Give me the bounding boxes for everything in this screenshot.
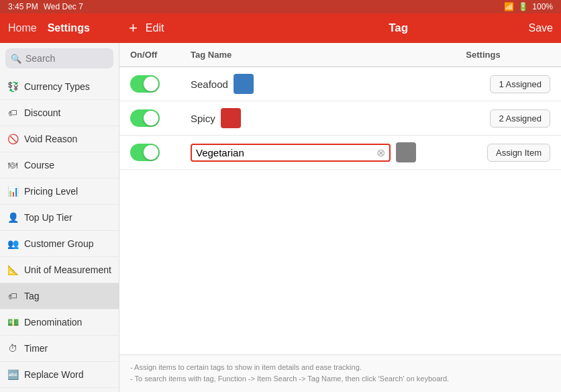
customer-group-label: Customer Group [24,238,93,249]
assign-btn-seafood[interactable]: 1 Assigned [490,75,550,93]
denomination-label: Denomination [24,317,82,328]
toggle-seafood[interactable] [130,75,160,93]
col-settings: Settings [416,50,550,60]
toggle-onoff-seafood [130,75,191,93]
status-day: Wed Dec 7 [44,2,83,11]
course-label: Course [24,160,54,170]
home-button[interactable]: Home [8,22,37,34]
status-bar: 3:45 PM Wed Dec 7 📶 🔋 100% [0,0,561,13]
toggle-onoff-spicy [130,109,191,127]
tag-label: Tag [24,291,40,301]
toggle-vegetarian[interactable] [130,144,160,161]
replace-word-icon: 🔤 [7,369,19,381]
timer-icon: ⏱ [7,342,19,354]
tag-name-text-spicy: Spicy [191,113,215,124]
currency-types-label: Currency Types [24,81,90,92]
pricing-level-icon: 📊 [7,185,19,197]
timer-label: Timer [24,343,48,354]
course-icon: 🍽 [7,159,19,171]
sidebar-item-customer-group[interactable]: 👥 Customer Group [0,231,119,257]
sidebar-item-unit-of-measurement[interactable]: 📐 Unit of Measurement [0,257,119,283]
top-nav-left: Home Settings [8,22,129,34]
battery-percent: 100% [532,2,553,11]
table-row-spicy: Spicy 2 Assigned [119,101,561,136]
top-nav: Home Settings + Edit Tag Save [0,13,561,43]
tag-name-input-vegetarian[interactable] [196,147,374,158]
sidebar-item-currency-types[interactable]: 💱 Currency Types [0,74,119,100]
page-title: Tag [309,21,489,35]
sidebar-item-button-layout[interactable]: ⌨ Button Layout [0,388,119,392]
clear-btn-vegetarian[interactable]: ⊗ [376,146,385,159]
search-icon: 🔍 [11,54,21,64]
main-content: On/Off Tag Name Settings Seafood 1 Assig… [119,43,561,392]
row-settings-spicy: 2 Assigned [416,109,550,128]
table-row-vegetarian: ⊗ Assign Item [119,136,561,170]
footer-line1: - Assign items to certain tags to show i… [130,362,550,374]
footer-line2: - To search items with tag, Function -> … [130,373,550,385]
tag-input-wrap-vegetarian: ⊗ [191,144,391,162]
col-onoff: On/Off [130,50,191,60]
tag-icon: 🏷 [7,290,19,302]
tag-name-text-seafood: Seafood [191,79,228,90]
table-header: On/Off Tag Name Settings [119,43,561,67]
search-box[interactable]: 🔍 [5,48,113,68]
currency-types-icon: 💱 [7,81,19,93]
sidebar-item-replace-word[interactable]: 🔤 Replace Word [0,362,119,388]
status-time: 3:45 PM [8,2,38,11]
row-tagname-vegetarian: ⊗ [191,142,416,162]
settings-button[interactable]: Settings [48,22,90,34]
toggle-spicy[interactable] [130,109,160,127]
sidebar-item-tag[interactable]: 🏷 Tag [0,283,119,309]
table-row-seafood: Seafood 1 Assigned [119,67,561,101]
wifi-icon: 📶 [504,2,514,11]
sidebar-item-top-up-tier[interactable]: 👤 Top Up Tier [0,205,119,231]
search-input[interactable] [26,53,108,64]
edit-button[interactable]: Edit [146,22,164,34]
color-swatch-vegetarian[interactable] [396,142,416,162]
sidebar-item-discount[interactable]: 🏷 Discount [0,100,119,126]
save-button[interactable]: Save [529,22,553,34]
void-reason-label: Void Reason [24,134,77,144]
col-tagname: Tag Name [191,50,416,60]
color-swatch-seafood[interactable] [234,74,254,94]
top-nav-center: + Edit [129,19,309,37]
void-reason-icon: 🚫 [7,133,19,145]
row-tagname-seafood: Seafood [191,74,416,94]
unit-of-measurement-icon: 📐 [7,264,19,276]
top-up-tier-icon: 👤 [7,211,19,224]
battery-icon: 🔋 [518,2,528,11]
add-icon[interactable]: + [129,19,138,37]
customer-group-icon: 👥 [7,238,19,250]
sidebar-item-denomination[interactable]: 💵 Denomination [0,309,119,336]
pricing-level-label: Pricing Level [24,186,78,197]
sidebar-item-timer[interactable]: ⏱ Timer [0,336,119,362]
row-settings-seafood: 1 Assigned [416,75,550,93]
layout: 🔍 💱 Currency Types 🏷 Discount 🚫 Void Rea… [0,43,561,392]
sidebar-item-void-reason[interactable]: 🚫 Void Reason [0,126,119,152]
discount-label: Discount [24,107,60,118]
top-up-tier-label: Top Up Tier [24,212,72,223]
row-tagname-spicy: Spicy [191,108,416,128]
footer-hint: - Assign items to certain tags to show i… [119,354,561,392]
assign-btn-spicy[interactable]: 2 Assigned [490,109,550,128]
row-settings-vegetarian: Assign Item [416,144,550,162]
assign-btn-vegetarian[interactable]: Assign Item [487,144,550,162]
table-body: Seafood 1 Assigned Spicy 2 Assigned [119,67,561,354]
color-swatch-spicy[interactable] [221,108,241,128]
sidebar: 🔍 💱 Currency Types 🏷 Discount 🚫 Void Rea… [0,43,119,392]
unit-of-measurement-label: Unit of Measurement [24,264,111,275]
discount-icon: 🏷 [7,107,19,119]
toggle-onoff-vegetarian [130,144,191,161]
status-bar-left: 3:45 PM Wed Dec 7 [8,2,83,11]
status-bar-right: 📶 🔋 100% [504,2,553,11]
sidebar-items-container: 💱 Currency Types 🏷 Discount 🚫 Void Reaso… [0,74,119,392]
replace-word-label: Replace Word [24,369,83,380]
denomination-icon: 💵 [7,316,19,328]
sidebar-item-pricing-level[interactable]: 📊 Pricing Level [0,179,119,205]
sidebar-item-course[interactable]: 🍽 Course [0,152,119,179]
